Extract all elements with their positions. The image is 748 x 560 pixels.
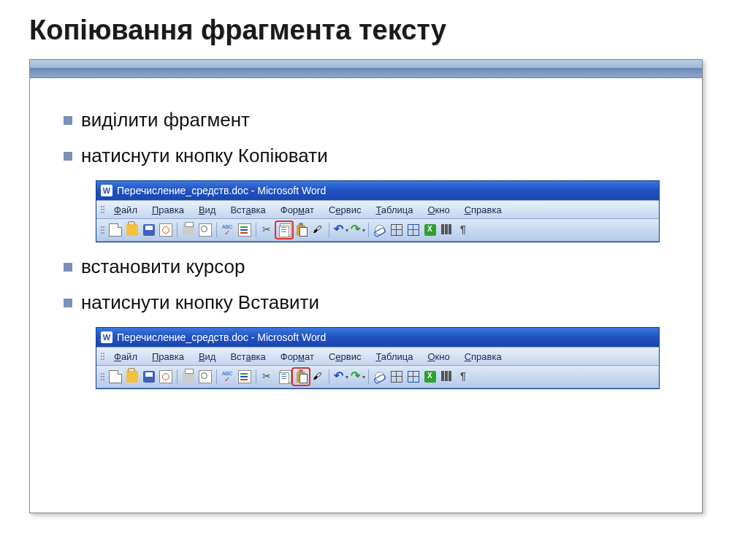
columns-button[interactable] bbox=[439, 369, 455, 385]
permission-icon bbox=[159, 223, 172, 237]
bullet-text: встановити курсор bbox=[81, 256, 245, 278]
table-borders-button[interactable] bbox=[389, 222, 405, 238]
permission-button[interactable] bbox=[158, 222, 174, 238]
menu-window[interactable]: Окно bbox=[420, 351, 457, 362]
open-button[interactable] bbox=[124, 369, 140, 385]
bullet-icon bbox=[64, 116, 72, 125]
titlebar: W Перечисление_средств.doc - Microsoft W… bbox=[96, 328, 659, 347]
copy-button[interactable] bbox=[276, 369, 292, 385]
new-icon bbox=[109, 370, 122, 383]
menu-file[interactable]: Файл bbox=[107, 204, 145, 215]
menu-table[interactable]: Таблица bbox=[368, 204, 420, 215]
excel-button[interactable] bbox=[422, 369, 438, 385]
toolbar: ▾ ▾ bbox=[96, 366, 659, 388]
menu-tools[interactable]: Сервис bbox=[321, 351, 369, 362]
menu-view[interactable]: Вид bbox=[191, 351, 224, 362]
menu-help[interactable]: Справка bbox=[457, 204, 509, 215]
format-painter-button[interactable] bbox=[310, 369, 326, 385]
columns-icon bbox=[441, 224, 453, 236]
menubar: Файл Правка Вид Вставка Формат Сервис Та… bbox=[96, 347, 659, 366]
open-button[interactable] bbox=[124, 222, 140, 238]
undo-button[interactable]: ▾ bbox=[332, 369, 348, 385]
table-borders-button[interactable] bbox=[389, 369, 405, 385]
preview-icon bbox=[199, 370, 212, 383]
word-window-copy: W Перечисление_средств.doc - Microsoft W… bbox=[96, 180, 660, 242]
excel-button[interactable] bbox=[422, 222, 438, 238]
redo-icon bbox=[350, 224, 362, 236]
cut-button[interactable] bbox=[259, 369, 275, 385]
copy-icon bbox=[279, 372, 289, 384]
menu-window[interactable]: Окно bbox=[420, 204, 457, 215]
hyperlink-button[interactable] bbox=[372, 222, 388, 238]
cut-button[interactable] bbox=[259, 222, 275, 238]
menu-format[interactable]: Формат bbox=[273, 204, 321, 215]
copy-button[interactable] bbox=[276, 222, 292, 238]
columns-button[interactable] bbox=[439, 222, 455, 238]
paste-icon bbox=[297, 225, 305, 236]
hyperlink-button[interactable] bbox=[372, 369, 388, 385]
preview-button[interactable] bbox=[197, 369, 213, 385]
preview-button[interactable] bbox=[197, 222, 213, 238]
hyperlink-icon bbox=[375, 372, 385, 382]
permission-button[interactable] bbox=[158, 369, 174, 385]
menu-insert[interactable]: Вставка bbox=[223, 351, 272, 362]
separator bbox=[177, 223, 178, 237]
content-frame: виділити фрагмент натиснути кнопку Копію… bbox=[29, 59, 703, 513]
undo-icon bbox=[333, 224, 345, 236]
new-button[interactable] bbox=[107, 369, 123, 385]
menu-edit[interactable]: Правка bbox=[145, 351, 191, 362]
cut-icon bbox=[262, 371, 273, 383]
insert-table-button[interactable] bbox=[405, 222, 421, 238]
cut-icon bbox=[262, 224, 273, 236]
menu-help[interactable]: Справка bbox=[457, 351, 509, 362]
paragraph-button[interactable] bbox=[456, 222, 472, 238]
excel-icon bbox=[424, 224, 436, 236]
research-button[interactable] bbox=[237, 222, 253, 238]
table-borders-icon bbox=[391, 224, 402, 236]
bullet-item: натиснути кнопку Копіювати bbox=[64, 145, 674, 167]
menu-file[interactable]: Файл bbox=[107, 351, 145, 362]
menu-tools[interactable]: Сервис bbox=[321, 204, 369, 215]
separator bbox=[368, 369, 369, 384]
separator bbox=[256, 369, 256, 384]
spellcheck-button[interactable] bbox=[220, 369, 236, 385]
save-icon bbox=[143, 371, 155, 383]
spellcheck-button[interactable] bbox=[220, 222, 236, 238]
format-painter-button[interactable] bbox=[310, 222, 326, 238]
insert-table-button[interactable] bbox=[405, 369, 421, 385]
bullet-text: натиснути кнопку Вставити bbox=[81, 291, 319, 314]
insert-table-icon bbox=[408, 371, 419, 383]
dropdown-icon: ▾ bbox=[346, 374, 348, 380]
redo-icon bbox=[350, 371, 362, 383]
bullet-item: встановити курсор bbox=[64, 256, 674, 278]
menu-view[interactable]: Вид bbox=[191, 204, 224, 215]
toolbar: ▾ ▾ bbox=[96, 219, 659, 242]
undo-button[interactable]: ▾ bbox=[332, 222, 348, 238]
save-button[interactable] bbox=[141, 369, 157, 385]
grip-icon bbox=[101, 373, 102, 380]
redo-button[interactable]: ▾ bbox=[349, 369, 365, 385]
grip-icon bbox=[101, 226, 102, 234]
window-title: Перечисление_средств.doc - Microsoft Wor… bbox=[117, 185, 326, 196]
menu-format[interactable]: Формат bbox=[273, 351, 321, 362]
menu-edit[interactable]: Правка bbox=[145, 204, 191, 215]
redo-button[interactable]: ▾ bbox=[349, 222, 365, 238]
permission-icon bbox=[159, 370, 172, 383]
menu-insert[interactable]: Вставка bbox=[223, 204, 272, 215]
menu-table[interactable]: Таблица bbox=[368, 351, 420, 362]
undo-icon bbox=[333, 371, 345, 383]
separator bbox=[368, 223, 369, 237]
hyperlink-icon bbox=[375, 225, 385, 235]
open-icon bbox=[126, 371, 138, 383]
print-button[interactable] bbox=[180, 369, 196, 385]
save-button[interactable] bbox=[141, 222, 157, 238]
research-button[interactable] bbox=[237, 369, 253, 385]
paste-button[interactable] bbox=[293, 369, 309, 385]
paragraph-button[interactable] bbox=[456, 369, 472, 385]
print-button[interactable] bbox=[180, 222, 196, 238]
titlebar: W Перечисление_средств.doc - Microsoft W… bbox=[96, 181, 659, 200]
bullet-icon bbox=[64, 299, 72, 307]
new-button[interactable] bbox=[107, 222, 123, 238]
separator bbox=[329, 369, 329, 384]
paste-button[interactable] bbox=[293, 222, 309, 238]
